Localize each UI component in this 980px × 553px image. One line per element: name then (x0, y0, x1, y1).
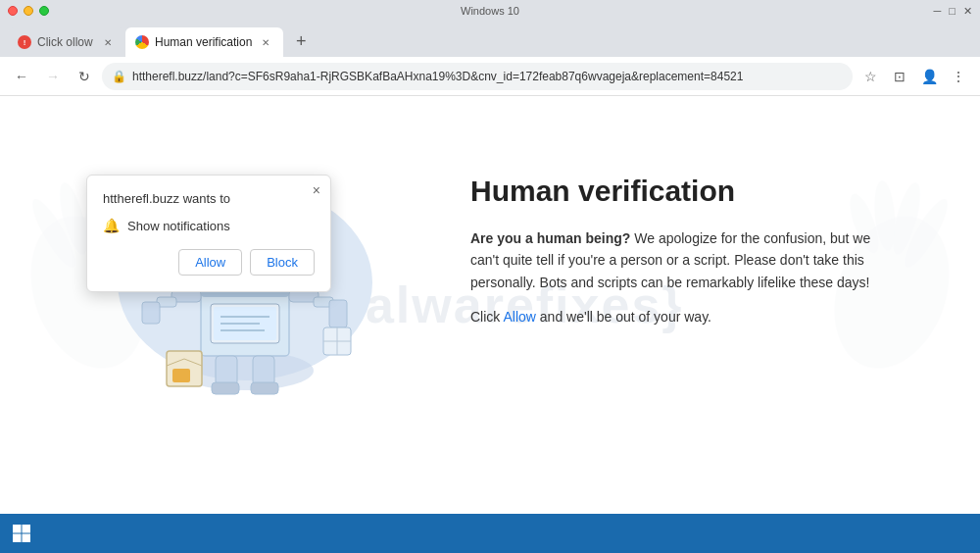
nav-right-buttons: ☆ ⊡ 👤 ⋮ (857, 63, 972, 90)
svg-point-1 (25, 194, 81, 272)
popup-item: 🔔 Show notifications (103, 218, 315, 233)
block-button[interactable]: Block (250, 249, 315, 276)
top-bar-close[interactable]: ✕ (963, 5, 972, 18)
page-title: Human verification (470, 175, 902, 208)
popup-buttons: Allow Block (103, 249, 315, 276)
popup-close-button[interactable]: × (313, 183, 320, 197)
notification-popup: × httherefl.buzz wants to 🔔 Show notific… (86, 175, 331, 292)
top-bar-right: ─ □ ✕ (934, 5, 972, 18)
tab2-favicon (135, 35, 149, 49)
tab2-label: Human verification (155, 35, 252, 49)
svg-rect-37 (251, 382, 278, 394)
start-button[interactable] (4, 516, 39, 551)
svg-rect-34 (216, 356, 237, 385)
new-tab-button[interactable]: + (287, 27, 315, 55)
nav-bar: ← → ↻ 🔒 httherefl.buzz/land?c=SF6sR9aha1… (0, 57, 980, 96)
bookmark-star-button[interactable]: ☆ (857, 63, 884, 90)
allow-link-text: Allow (503, 309, 535, 325)
bell-icon: 🔔 (103, 218, 120, 233)
reload-button[interactable]: ↻ (71, 63, 98, 90)
taskbar (0, 514, 980, 553)
top-bar-minimize[interactable]: ─ (934, 5, 942, 17)
maximize-dot[interactable] (39, 6, 49, 16)
body-bold: Are you a human being? (470, 230, 630, 246)
tab1-close[interactable]: ✕ (100, 34, 116, 50)
svg-rect-36 (212, 382, 239, 394)
instruction-suffix: and we'll be out of your way. (536, 309, 711, 325)
address-bar[interactable]: 🔒 httherefl.buzz/land?c=SF6sR9aha1-RjRGS… (102, 63, 853, 90)
main-content: Human verification Are you a human being… (451, 155, 921, 344)
browser-window: ! Click ollow ✕ Human verification ✕ + ←… (0, 22, 980, 514)
svg-rect-30 (329, 300, 347, 327)
os-top-bar: Windows 10 ─ □ ✕ (0, 0, 980, 22)
split-view-button[interactable]: ⊡ (886, 63, 913, 90)
profile-button[interactable]: 👤 (915, 63, 943, 90)
svg-rect-40 (13, 525, 22, 533)
tab1-label: Click ollow (37, 35, 94, 49)
os-title: Windows 10 (461, 5, 519, 17)
svg-rect-27 (142, 302, 160, 324)
svg-rect-35 (253, 356, 274, 385)
menu-button[interactable]: ⋮ (945, 63, 972, 90)
instruction-prefix: Click (470, 309, 503, 325)
svg-rect-39 (172, 369, 190, 382)
svg-rect-43 (23, 534, 31, 543)
page-content: {malwarefixes} (0, 96, 980, 514)
tab1-favicon: ! (18, 35, 31, 49)
tab-human-verification[interactable]: Human verification ✕ (125, 27, 283, 57)
window-controls (8, 6, 49, 16)
page-body: Are you a human being? We apologize for … (470, 227, 902, 293)
url-text: httherefl.buzz/land?c=SF6sR9aha1-RjRGSBK… (132, 70, 843, 83)
page-instruction: Click Allow and we'll be out of your way… (470, 309, 902, 325)
popup-title: httherefl.buzz wants to (103, 191, 315, 206)
minimize-dot[interactable] (24, 6, 33, 16)
tab-bar: ! Click ollow ✕ Human verification ✕ + (0, 22, 980, 57)
svg-rect-42 (13, 534, 22, 543)
tab-click-allow[interactable]: ! Click ollow ✕ (8, 27, 125, 57)
forward-button[interactable]: → (39, 63, 67, 90)
close-dot[interactable] (8, 6, 18, 16)
svg-rect-41 (23, 525, 31, 533)
allow-button[interactable]: Allow (178, 249, 242, 276)
popup-item-label: Show notifications (127, 219, 230, 233)
lock-icon: 🔒 (112, 70, 126, 83)
windows-logo-icon (12, 524, 31, 543)
back-button[interactable]: ← (8, 63, 35, 90)
tab2-close[interactable]: ✕ (258, 34, 273, 50)
top-bar-maximize[interactable]: □ (949, 5, 956, 17)
